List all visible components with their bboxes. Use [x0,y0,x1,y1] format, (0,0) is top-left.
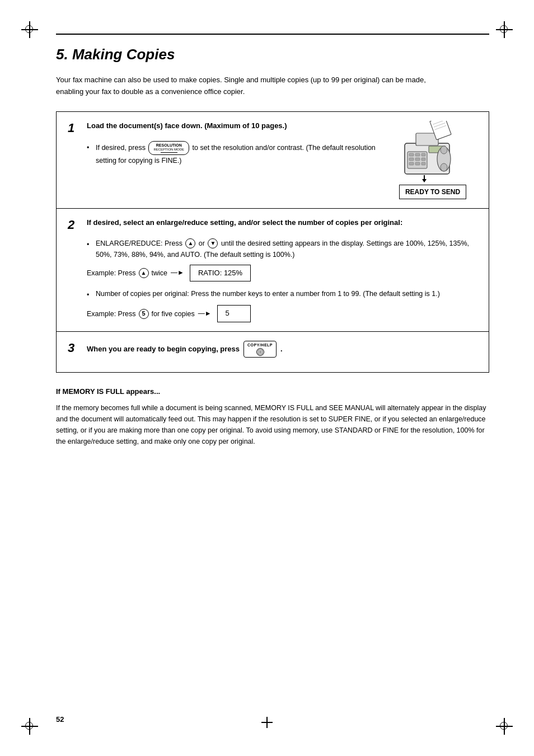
bullet-dot: • [87,142,92,153]
arrow-2: —► [198,308,212,319]
steps-box: 1 Load the document(s) face down. (Maxim… [56,111,489,373]
svg-point-18 [441,146,447,154]
down-button[interactable]: ▼ [208,238,218,248]
copy-help-button[interactable]: COPY/HELP [243,341,277,358]
svg-rect-7 [421,158,425,161]
svg-rect-4 [421,153,425,156]
example2-prefix: Example: Press [87,308,136,320]
bullet-dot-2: • [87,239,92,250]
fax-illustration [396,121,469,182]
ratio-display: RATIO: 125% [190,265,251,282]
example1-up-button[interactable]: ▲ [139,268,149,278]
example2-mid: for five copies [152,308,195,320]
step-2-section: 2 If desired, select an enlarge/reduce s… [57,209,489,332]
step-3-suffix: . [280,344,283,354]
page: 5. Making Copies Your fax machine can al… [0,0,534,756]
corner-mark-tl [21,21,38,38]
step-1-section: 1 Load the document(s) face down. (Maxim… [57,112,489,209]
svg-marker-21 [422,179,427,182]
ready-to-send-display: READY TO SEND [399,185,466,199]
step-3-header: 3 When you are ready to begin copying, p… [68,341,477,358]
resolution-mode-button[interactable]: RESOLUTION RECEPTION MODE [148,141,189,156]
step-3-number: 3 [68,341,81,355]
step-1-header: 1 Load the document(s) face down. (Maxim… [68,121,382,135]
example1-prefix: Example: Press [87,267,136,279]
corner-mark-br [496,718,513,735]
bullet-dot-3: • [87,289,92,300]
step-3-prefix: When you are ready to begin copying, pre… [87,344,240,354]
page-number: 52 [56,715,64,724]
svg-rect-10 [421,162,425,165]
step-3-section: 3 When you are ready to begin copying, p… [57,332,489,372]
intro-text: Your fax machine can also be used to mak… [56,74,437,98]
step-2-content: • ENLARGE/REDUCE: Press ▲ or ▼ until the… [87,238,477,323]
step-2-bullet-1-text: ENLARGE/REDUCE: Press ▲ or ▼ until the d… [96,238,477,260]
up-button[interactable]: ▲ [185,238,195,248]
copy-help-icon [256,348,264,356]
arrow-1: —► [171,267,184,278]
memory-full-section: If MEMORY IS FULL appears... If the memo… [56,386,489,447]
memory-full-text: If the memory becomes full while a docum… [56,402,489,447]
step-2-number: 2 [68,218,81,232]
copies-display: 5 [217,305,251,322]
svg-rect-6 [415,158,420,161]
example1-twice: twice [152,267,167,279]
example2-5-button[interactable]: 5 [139,309,149,319]
svg-rect-9 [415,162,420,165]
step-2-bullet-1: • ENLARGE/REDUCE: Press ▲ or ▼ until the… [87,238,477,260]
svg-rect-23 [259,351,261,353]
step-2-bullet-2: • Number of copies per original: Press t… [87,288,477,300]
step-1-content: • If desired, press RESOLUTION RECEPTION… [87,141,382,167]
step-2-title: If desired, select an enlarge/reduce set… [87,218,477,228]
step-1-bullet-1: • If desired, press RESOLUTION RECEPTION… [87,141,382,167]
step-2-bullet-2-text: Number of copies per original: Press the… [96,288,477,299]
step-1-title: Load the document(s) face down. (Maximum… [87,121,382,131]
corner-mark-bl [21,718,38,735]
step-1-bullet-text: If desired, press RESOLUTION RECEPTION M… [96,141,382,167]
step-2-example-2: Example: Press 5 for five copies —► 5 [87,305,477,322]
step-2-example-1: Example: Press ▲ twice —► RATIO: 125% [87,265,477,282]
step-1-number: 1 [68,121,81,135]
svg-rect-8 [409,162,414,165]
corner-mark-tr [496,21,513,38]
svg-rect-2 [409,153,414,156]
top-rule [56,34,489,35]
step-3-title: When you are ready to begin copying, pre… [87,341,477,358]
bottom-center-cross [261,717,273,728]
step-1-right: READY TO SEND [388,121,477,199]
memory-full-title: If MEMORY IS FULL appears... [56,386,489,398]
svg-rect-5 [409,158,414,161]
chapter-title: 5. Making Copies [56,46,489,63]
step-2-header: 2 If desired, select an enlarge/reduce s… [68,218,477,232]
svg-point-19 [441,163,447,171]
svg-rect-3 [415,153,420,156]
